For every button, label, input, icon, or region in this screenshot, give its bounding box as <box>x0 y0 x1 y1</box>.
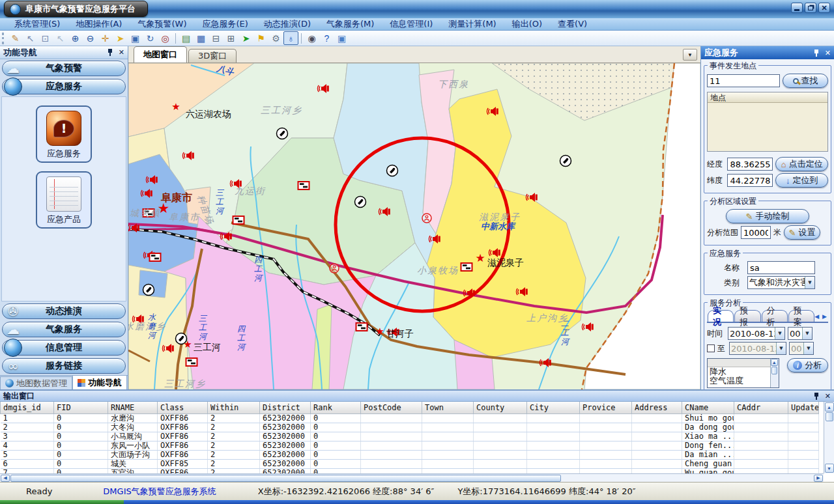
monitor-station-icon[interactable] <box>355 197 366 208</box>
menu-item[interactable]: 信息管理(I) <box>382 18 440 30</box>
menu-item[interactable]: 气象服务(M) <box>319 18 382 30</box>
column-header-RNAME[interactable]: RNAME <box>108 402 158 413</box>
column-header-Address[interactable]: Address <box>632 402 682 413</box>
toolbar-select-cursor-button[interactable]: ↖ <box>23 31 38 45</box>
toolbar-clear-select-button[interactable]: ↖ <box>53 31 68 45</box>
locate-to-button[interactable]: ↓定位到 <box>775 173 828 188</box>
scroll-thumb[interactable] <box>771 367 777 374</box>
location-search-input[interactable] <box>707 74 780 87</box>
list-item[interactable]: 空气温度 <box>708 376 779 385</box>
monitor-station-icon[interactable] <box>560 156 571 167</box>
toolbar-select-box-button[interactable]: ⊡ <box>38 31 53 45</box>
minimize-button[interactable] <box>791 3 803 13</box>
menu-item[interactable]: 系统管理(S) <box>7 18 68 30</box>
click-locate-button[interactable]: ⌂点击定位 <box>775 157 828 171</box>
toolbar-image-export-button[interactable]: ▦ <box>194 31 208 45</box>
table-row[interactable]: 50大面场子沟OXFF8626523020000Da mian ... <box>1 450 819 459</box>
star-marker-icon[interactable]: ★ <box>171 101 180 113</box>
star-marker-icon[interactable]: ★ <box>158 201 170 216</box>
toolbar-refresh-map-button[interactable]: ↻ <box>143 31 158 45</box>
set-range-button[interactable]: ✎设置 <box>784 225 820 240</box>
column-header-Within[interactable]: Within <box>208 402 260 413</box>
tab-map-data-management[interactable]: 地图数据管理 <box>0 376 72 389</box>
tab-3d-view[interactable]: 3D窗口 <box>188 49 237 63</box>
column-header-PostCode[interactable]: PostCode <box>361 402 422 413</box>
flag-marker-icon[interactable] <box>186 358 197 366</box>
service-tab-分析[interactable]: 分析 <box>762 310 788 322</box>
toolbar-export-picture-button[interactable]: ▣ <box>334 31 349 45</box>
poi-badge-icon[interactable] <box>422 214 431 223</box>
menu-item[interactable]: 气象预警(W) <box>130 18 194 30</box>
toolbar-help-button[interactable]: ? <box>319 31 334 45</box>
column-header-FID[interactable]: FID <box>54 402 108 413</box>
scroll-thumb[interactable] <box>826 412 833 421</box>
pin-icon[interactable] <box>813 49 820 57</box>
toolbar-full-extent-button[interactable]: ▣ <box>128 31 143 45</box>
service-tab-预案[interactable]: 预案 <box>788 310 814 322</box>
location-result-list[interactable]: 地点 <box>707 92 828 152</box>
close-panel-icon[interactable]: ✕ <box>825 393 831 400</box>
service-name-input[interactable] <box>747 261 815 274</box>
close-panel-icon[interactable]: ✕ <box>825 49 831 57</box>
shortcut-emergency-product[interactable]: 应急产品 <box>36 171 92 229</box>
menu-item[interactable]: 应急服务(E) <box>194 18 255 30</box>
table-row[interactable]: 60城关OXFF8526523020000Cheng guan <box>1 459 819 468</box>
menu-item[interactable]: 地图操作(A) <box>68 18 130 30</box>
table-row[interactable]: 20大冬沟OXFF8626523020000Da dong gou <box>1 423 819 432</box>
menu-item[interactable]: 动态推演(D) <box>256 18 319 30</box>
star-marker-icon[interactable]: ★ <box>183 339 192 350</box>
nav-group-信息管理[interactable]: 信息管理 <box>2 340 126 356</box>
toolbar-green-arrow-button[interactable]: ➤ <box>238 31 253 45</box>
latitude-input[interactable] <box>727 174 773 187</box>
pin-icon[interactable] <box>107 49 113 56</box>
table-vertical-scrollbar[interactable]: ▲ ▼ <box>824 402 834 473</box>
toolbar-pointer-arrow-button[interactable]: ➤ <box>113 31 128 45</box>
poi-badge-icon[interactable] <box>330 264 339 273</box>
scroll-left-button[interactable]: ◀ <box>1 475 10 482</box>
flag-marker-icon[interactable] <box>150 253 161 261</box>
scroll-up-button[interactable]: ▲ <box>771 359 778 366</box>
table-row[interactable]: 70五官沟OXFF8626523020000Wu guan gou <box>1 468 819 473</box>
pin-icon[interactable] <box>813 393 820 400</box>
analyze-button[interactable]: i分析 <box>787 358 828 372</box>
toolbar-measure-button[interactable]: ✎ <box>8 31 23 45</box>
toolbar-print-button[interactable]: ⊟ <box>208 31 223 45</box>
column-header-dmgis_id[interactable]: dmgis_id <box>1 402 54 413</box>
tab-map-view[interactable]: 地图窗口 <box>134 46 187 63</box>
close-button[interactable]: ✕ <box>818 3 830 13</box>
service-tab-实况[interactable]: 实况 <box>708 310 734 322</box>
toolbar-zoom-in-button[interactable]: ⊕ <box>68 31 83 45</box>
menu-item[interactable]: 查看(V) <box>550 18 595 30</box>
toolbar-visibility-eye-button[interactable]: ◉ <box>304 31 319 45</box>
analysis-range-input[interactable] <box>741 226 771 239</box>
close-panel-icon[interactable]: ✕ <box>119 49 124 56</box>
menu-item[interactable]: 输出(O) <box>504 18 550 30</box>
table-row[interactable]: 10水磨沟OXFF8626523020000Shui mo gou <box>1 413 819 423</box>
service-tab-预报[interactable]: 预报 <box>734 310 760 322</box>
monitor-station-icon[interactable] <box>143 285 154 296</box>
hour-dropdown[interactable]: 00▼ <box>788 327 812 340</box>
flag-marker-icon[interactable] <box>233 216 244 224</box>
toolbar-map-layer-button[interactable]: ▤ <box>179 31 194 45</box>
toolbar-identify-button[interactable]: ◎ <box>158 31 173 45</box>
nav-group-动态推演[interactable]: ✇动态推演 <box>2 303 126 319</box>
to-time-checkbox[interactable] <box>707 344 715 352</box>
nav-group-服务链接[interactable]: ∞服务链接 <box>2 358 126 374</box>
monitor-station-icon[interactable] <box>387 165 398 176</box>
tab-scroll-arrows[interactable]: ◀ ▶ <box>814 313 827 320</box>
manual-draw-button[interactable]: ✎手动绘制 <box>726 209 809 223</box>
flag-marker-icon[interactable] <box>143 209 154 217</box>
flag-marker-icon[interactable] <box>298 182 309 189</box>
column-header-City[interactable]: City <box>527 402 580 413</box>
table-horizontal-scrollbar[interactable]: ◀ ▶ <box>0 473 824 482</box>
map-window-dropdown-button[interactable]: ▼ <box>683 49 697 61</box>
flag-marker-icon[interactable] <box>461 263 472 271</box>
column-header-District[interactable]: District <box>260 402 311 413</box>
shortcut-emergency-service[interactable]: ! 应急服务 <box>36 105 92 163</box>
column-header-CName[interactable]: CName <box>682 402 734 413</box>
column-header-CAddr[interactable]: CAddr <box>734 402 788 413</box>
tab-function-nav[interactable]: 功能导航 <box>72 375 127 389</box>
scroll-thumb[interactable] <box>10 475 561 482</box>
menu-item[interactable]: 测量计算(M) <box>440 18 504 30</box>
column-header-Provice[interactable]: Provice <box>580 402 632 413</box>
